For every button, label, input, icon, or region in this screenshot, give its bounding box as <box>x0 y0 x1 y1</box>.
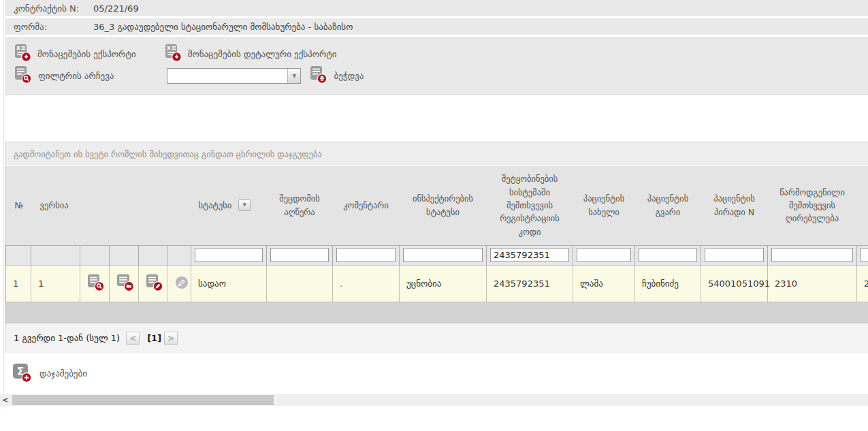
contract-row: კონტრაქტის N: 05/221/69 <box>5 0 868 18</box>
chevron-left-icon: < <box>129 334 136 343</box>
filter-input-first-name[interactable] <box>577 248 631 262</box>
filter-input-last-name[interactable] <box>639 248 697 262</box>
totals-label: დაჯამებები <box>39 368 87 379</box>
comment-link[interactable]: . <box>340 278 342 289</box>
cell-last-name: ჩუბინიძე <box>635 265 701 302</box>
open-folder-icon <box>116 283 135 293</box>
column-header-inspection-status[interactable]: ინსპექტირების სტატუსი <box>400 166 487 245</box>
toolbar: მონაცემების ექსპორტი მონაცემების დეტალურ… <box>5 37 868 95</box>
filter-cell-empty <box>110 245 139 265</box>
export-label: მონაცემების ექსპორტი <box>37 49 136 59</box>
cell-error-desc <box>267 265 333 302</box>
filter-cell-empty <box>31 245 80 265</box>
export-detailed-label: მონაცემების დეტალური ექსპორტი <box>188 49 337 59</box>
filter-cell-empty <box>167 245 191 265</box>
filter-input-inspection-status[interactable] <box>403 248 483 262</box>
filter-cell-empty <box>80 245 110 265</box>
group-by-panel[interactable]: გადმოიტანეთ ის სვეტი რომლის მიხედვითაც გ… <box>5 142 868 166</box>
column-header-presented-cost[interactable]: წარმოდგენილი შემთხვევის ღირებულება <box>768 166 857 245</box>
filter-select-label: ფილტრის არჩევა <box>38 71 114 81</box>
row-open-button[interactable] <box>110 265 139 302</box>
cell-truncated: 23 <box>857 265 868 302</box>
toolbar-row-export: მონაცემების ექსპორტი მონაცემების დეტალურ… <box>14 43 868 65</box>
grid-footer-band <box>5 302 868 323</box>
pager-next-button[interactable]: > <box>164 332 178 345</box>
table-row: 1 1 <box>6 265 868 302</box>
column-header-num[interactable]: № <box>6 166 31 245</box>
scroll-left-icon[interactable]: < <box>2 395 8 405</box>
filter-select-dropdown-value <box>167 69 287 83</box>
print-icon <box>310 66 327 86</box>
filter-select-button[interactable]: ფილტრის არჩევა <box>14 66 114 86</box>
chevron-right-icon: > <box>167 334 174 343</box>
scrollbar-thumb[interactable] <box>12 395 274 405</box>
cell-status: სადაო <box>191 265 267 302</box>
cell-version: 1 <box>31 265 80 302</box>
excel-export-detailed-icon <box>165 44 182 64</box>
pencil-circle-gray-icon <box>174 282 189 292</box>
data-grid: გადმოიტანეთ ის სვეტი რომლის მიხედვითაც გ… <box>5 142 868 353</box>
filter-input-presented-cost[interactable] <box>771 248 853 262</box>
cell-presented-cost: 2310 <box>768 265 857 302</box>
column-header-error-desc[interactable]: შეცდომის აღწერა <box>267 166 333 245</box>
chevron-down-icon[interactable]: ▼ <box>287 69 300 83</box>
pager-prev-button[interactable]: < <box>126 332 140 345</box>
filter-select-dropdown[interactable]: ▼ <box>167 68 301 84</box>
form-row: ფორმა: 36_3 გადაუდებელი სტაციონარული მომ… <box>5 18 868 37</box>
totals-button[interactable]: Σ დაჯამებები <box>12 362 868 385</box>
export-button[interactable]: მონაცემების ექსპორტი <box>14 44 136 64</box>
column-header-truncated[interactable]: ას <box>857 166 868 245</box>
filter-input-status[interactable] <box>195 248 263 262</box>
status-filter-dropdown-icon[interactable]: ▼ <box>238 199 251 211</box>
contract-value: 05/221/69 <box>93 3 139 14</box>
filter-input-comment[interactable] <box>336 248 396 262</box>
pager-summary: 1 გვერდი 1-დან (სულ 1) <box>14 333 120 343</box>
column-header-version[interactable]: ვერსია <box>31 166 80 245</box>
column-header-personal-n[interactable]: პაციენტის პირადი N <box>701 166 768 245</box>
pager: 1 გვერდი 1-დან (სულ 1) < [1] > <box>5 323 868 353</box>
filter-input-personal-n[interactable] <box>705 248 764 262</box>
cell-inspection-status: უცნობია <box>400 265 487 302</box>
spacer <box>0 95 868 142</box>
column-header-first-name[interactable]: პაციენტის სახელი <box>573 166 635 245</box>
filter-cell-empty <box>139 245 167 265</box>
grid-viewport: № ვერსია სტატუსი ▼ შეცდომის აღწერა კომენ… <box>5 166 868 302</box>
filter-row <box>6 245 868 265</box>
column-header-registration-code[interactable]: შეტყობინების სისტემაში შემთხვევის რეგისტ… <box>487 166 573 245</box>
column-header-edit-icon <box>139 166 167 245</box>
form-label: ფორმა: <box>5 22 93 32</box>
column-header-open-icon <box>110 166 139 245</box>
contract-label: კონტრაქტის N: <box>5 3 93 14</box>
filter-search-icon <box>14 66 32 86</box>
toolbar-row-filter: ფილტრის არჩევა ▼ ბეჭდვა <box>14 65 868 86</box>
cell-comment[interactable]: . <box>333 265 400 302</box>
filter-cell-empty <box>6 245 31 265</box>
row-edit-button[interactable] <box>139 265 167 302</box>
pager-current-page[interactable]: [1] <box>147 333 161 343</box>
column-header-last-name[interactable]: პაციენტის გვარი <box>635 166 701 245</box>
filter-input-truncated[interactable] <box>861 248 868 262</box>
grid-table: № ვერსია სტატუსი ▼ შეცდომის აღწერა კომენ… <box>5 166 868 302</box>
column-header-edit2-icon <box>167 166 191 245</box>
info-panel: კონტრაქტის N: 05/221/69 ფორმა: 36_3 გადა… <box>5 0 868 95</box>
filter-input-registration-code[interactable] <box>490 248 569 262</box>
column-header-comment[interactable]: კომენტარი <box>333 166 400 245</box>
export-detailed-button[interactable]: მონაცემების დეტალური ექსპორტი <box>165 44 337 64</box>
cell-first-name: ლაშა <box>573 265 635 302</box>
filter-input-error-desc[interactable] <box>270 248 329 262</box>
header-row: № ვერსია სტატუსი ▼ შეცდომის აღწერა კომენ… <box>6 166 868 245</box>
horizontal-scrollbar[interactable]: < <box>0 394 868 406</box>
excel-export-icon <box>14 44 31 64</box>
cell-personal-n: 54001051091 <box>701 265 768 302</box>
view-document-icon <box>87 283 105 293</box>
print-button[interactable]: ბეჭდვა <box>310 66 364 86</box>
row-view-button[interactable] <box>80 265 110 302</box>
column-header-view-icon <box>80 166 110 245</box>
cell-registration-code: 2435792351 <box>487 265 573 302</box>
column-header-status-label: სტატუსი <box>199 199 232 212</box>
print-label: ბეჭდვა <box>334 71 364 81</box>
column-header-status[interactable]: სტატუსი ▼ <box>191 166 267 245</box>
sigma-icon: Σ <box>12 363 32 385</box>
form-value: 36_3 გადაუდებელი სტაციონარული მომსახურებ… <box>93 22 353 32</box>
cell-num: 1 <box>6 265 31 302</box>
